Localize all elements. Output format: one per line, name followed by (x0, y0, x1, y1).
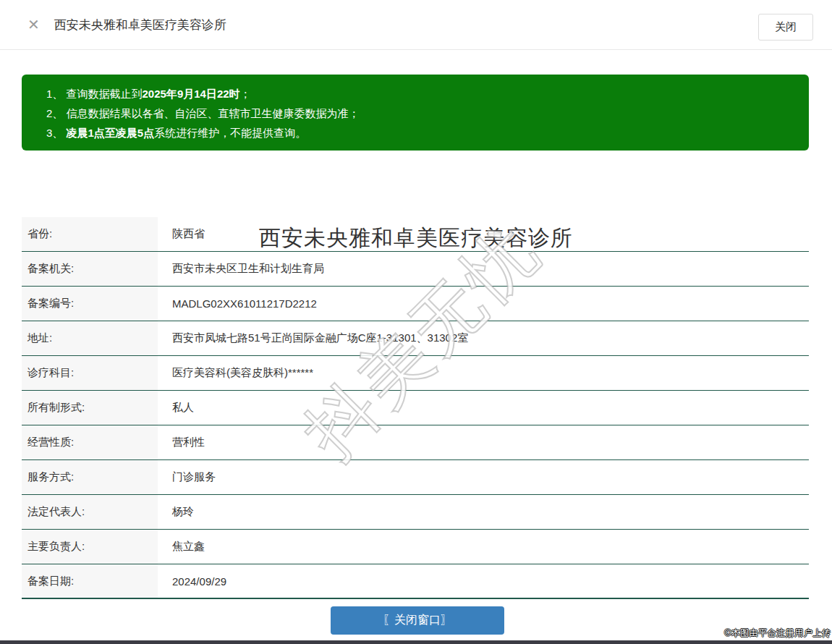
notice-line: 2、 信息数据结果以各省、自治区、直辖市卫生健康委数据为准； (46, 103, 794, 123)
field-label: 备案编号: (22, 287, 158, 321)
field-label: 省份: (22, 217, 158, 251)
record-detail-table: 省份: 陕西省 备案机关: 西安市未央区卫生和计划生育局 备案编号: MADLG… (22, 217, 809, 599)
field-value: 医疗美容科(美容皮肤科)****** (158, 366, 809, 380)
notice-line: 1、 查询数据截止到2025年9月14日22时； (46, 84, 794, 103)
table-row: 服务方式: 门诊服务 (22, 460, 809, 495)
table-row: 经营性质: 营利性 (22, 425, 809, 460)
field-label: 诊疗科目: (22, 356, 158, 390)
notice-banner: 1、 查询数据截止到2025年9月14日22时； 2、 信息数据结果以各省、自治… (22, 75, 809, 151)
table-row: 省份: 陕西省 (22, 217, 809, 252)
field-label: 备案机关: (22, 252, 158, 286)
window-title: 西安未央雅和卓美医疗美容诊所 (54, 17, 226, 33)
close-button[interactable]: 关闭 (758, 14, 813, 41)
field-label: 法定代表人: (22, 495, 158, 529)
field-value: 门诊服务 (158, 470, 809, 484)
field-label: 服务方式: (22, 460, 158, 494)
field-value: MADLG02XX61011217D2212 (158, 297, 809, 310)
table-row: 备案编号: MADLG02XX61011217D2212 (22, 287, 809, 321)
field-value: 焦立鑫 (158, 540, 809, 554)
table-row: 备案日期: 2024/09/29 (22, 564, 809, 599)
field-label: 地址: (22, 321, 158, 355)
close-window-button[interactable]: 〖关闭窗口〗 (331, 606, 504, 635)
field-value: 杨玲 (158, 505, 809, 519)
field-value: 陕西省 (158, 227, 809, 241)
notice-line: 3、 凌晨1点至凌晨5点系统进行维护，不能提供查询。 (46, 123, 794, 143)
field-label: 主要负责人: (22, 530, 158, 564)
window-header: ✕ 西安未央雅和卓美医疗美容诊所 关闭 (0, 0, 832, 50)
table-row: 所有制形式: 私人 (22, 391, 809, 425)
field-value: 2024/09/29 (158, 575, 809, 588)
field-label: 备案日期: (22, 564, 158, 598)
field-value: 西安市未央区卫生和计划生育局 (158, 262, 809, 276)
field-label: 经营性质: (22, 425, 158, 459)
field-value: 私人 (158, 401, 809, 415)
bottom-bar (0, 640, 832, 644)
field-value: 西安市凤城七路51号正尚国际金融广场C座1-31301、31302室 (158, 331, 809, 345)
table-row: 法定代表人: 杨玲 (22, 495, 809, 530)
field-label: 所有制形式: (22, 391, 158, 425)
close-x-icon[interactable]: ✕ (27, 17, 40, 32)
table-row: 备案机关: 西安市未央区卫生和计划生育局 (22, 252, 809, 287)
field-value: 营利性 (158, 436, 809, 449)
table-row: 地址: 西安市凤城七路51号正尚国际金融广场C座1-31301、31302室 (22, 321, 809, 356)
table-row: 主要负责人: 焦立鑫 (22, 530, 809, 564)
upload-credit-watermark: ©本图由平台注册用户上传 (724, 627, 831, 640)
table-row: 诊疗科目: 医疗美容科(美容皮肤科)****** (22, 356, 809, 391)
